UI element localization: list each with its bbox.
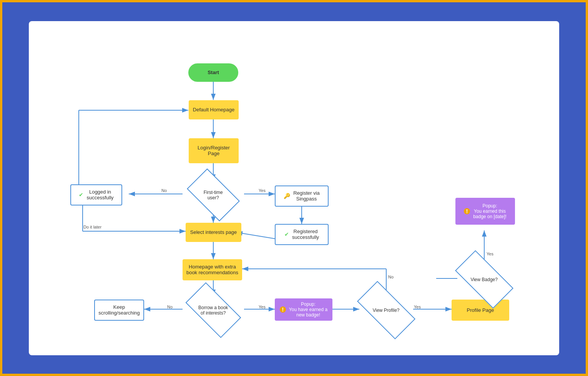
popup-new-badge-label: Popup:You have earned anew badge! [289,301,327,318]
logged-in-node: ✔ Logged insuccessfully [70,184,122,205]
register-singpass-label: Register viaSingpass [293,190,320,202]
keep-scrolling-label: Keepscrolling/searching [98,304,140,316]
borrow-book-diamond: Borrow a bookof interests? [186,282,241,338]
warn-icon1: ! [280,306,286,313]
no-label-first-time-left: No [161,188,167,193]
select-interests-node: Select interests page [186,223,241,242]
check2-icon: ✔ [284,231,289,237]
login-register-node: Login/RegisterPage [189,138,239,163]
view-badge-label: View Badge? [465,277,503,282]
logged-in-label: Logged insuccessfully [86,189,113,200]
warn-icon2: ! [464,208,470,214]
login-register-label: Login/RegisterPage [198,145,230,156]
no-label-borrow-left: No [167,305,173,309]
popup-badge-date-label: Popup:You earned thisbadge on [date]! [473,203,507,219]
start-label: Start [208,70,219,75]
view-profile-label: View Profile? [367,307,405,313]
do-it-later-label: Do it later [83,225,101,229]
default-homepage-label: Default Homepage [193,107,234,113]
registered-successfully-node: ✔ Registeredsuccessfully [275,224,329,245]
borrow-book-label: Borrow a bookof interests? [194,305,233,315]
popup-badge-date-node: ! Popup:You earned thisbadge on [date]! [455,198,515,225]
yes-label-first-time-right: Yes [259,188,266,193]
default-homepage-node: Default Homepage [189,100,239,119]
homepage-extra-node: Homepage with extrabook recommendations [183,259,242,280]
profile-page-label: Profile Page [467,307,494,313]
no-label-view-profile-up: No [388,275,394,279]
homepage-extra-label: Homepage with extrabook recommendations [186,264,238,275]
yes-label-view-profile: Yes [414,305,421,309]
popup-new-badge-node: ! Popup:You have earned anew badge! [275,298,332,321]
profile-page-node: Profile Page [452,300,509,321]
select-interests-label: Select interests page [190,229,237,235]
first-time-user-diamond: First-timeuser? [187,168,240,221]
yes-label-borrow-right: Yes [259,305,266,309]
view-profile-diamond: View Profile? [357,281,415,339]
yes-label-view-badge: Yes [487,252,493,256]
check-icon: ✔ [79,192,83,198]
first-time-user-label: First-timeuser? [194,189,233,200]
flowchart-canvas: Start Default Homepage Login/RegisterPag… [29,21,559,355]
register-singpass-node: 🔑 Register viaSingpass [275,186,329,207]
registered-successfully-label: Registeredsuccessfully [292,229,319,240]
keep-scrolling-node: Keepscrolling/searching [94,300,144,321]
key-icon: 🔑 [284,193,290,199]
start-node: Start [188,63,238,82]
